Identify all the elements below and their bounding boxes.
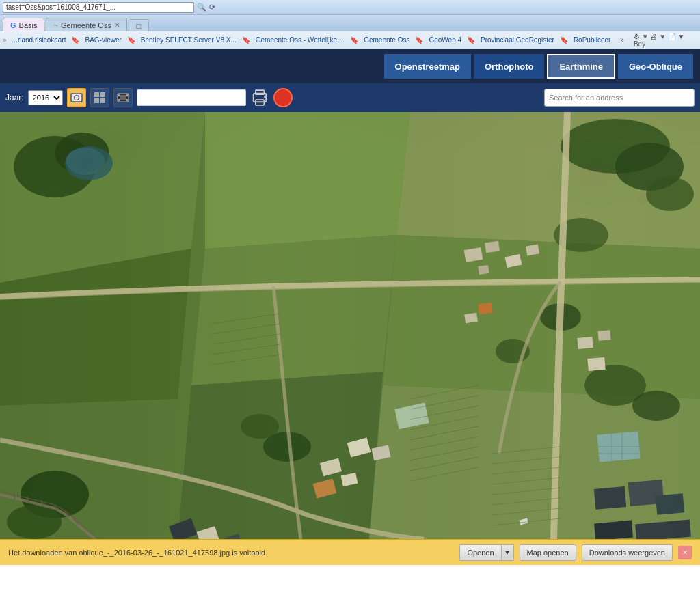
nav-orthophoto-button[interactable]: Orthophoto — [474, 54, 544, 79]
svg-rect-67 — [587, 357, 605, 371]
svg-rect-63 — [478, 303, 493, 315]
svg-rect-58 — [594, 486, 626, 510]
browser-tabs: G Basis ~ Gemeente Oss ✕ □ — [0, 15, 700, 31]
open-button-group: Openen ▼ — [459, 544, 513, 561]
tab-gemeente[interactable]: ~ Gemeente Oss ✕ — [46, 18, 126, 31]
tab-basis-label: Basis — [19, 21, 38, 29]
bookmark-bag[interactable]: BAG-viewer — [82, 35, 124, 45]
print-button[interactable] — [250, 88, 269, 107]
grid-icon — [94, 92, 106, 104]
svg-rect-42 — [485, 241, 500, 253]
svg-rect-66 — [597, 330, 610, 341]
svg-rect-8 — [118, 94, 120, 96]
svg-rect-45 — [478, 265, 489, 275]
bookmarks-more[interactable]: » — [616, 35, 628, 45]
bookmark-bentley[interactable]: Bentley SELECT Server V8 X... — [138, 35, 239, 45]
address-bar-text: taset=Oss&pos=161008_417671_... — [6, 3, 116, 11]
svg-rect-2 — [75, 93, 79, 94]
svg-rect-65 — [577, 337, 593, 349]
photo-tool-button[interactable] — [67, 88, 86, 107]
address-search-input[interactable] — [544, 89, 695, 107]
svg-rect-3 — [94, 92, 99, 97]
svg-rect-60 — [656, 493, 684, 514]
svg-rect-11 — [126, 99, 128, 101]
svg-rect-64 — [464, 313, 478, 323]
download-bar: Het downloaden van oblique_-_2016-03-26_… — [0, 539, 700, 565]
grid-tool-button[interactable] — [90, 88, 109, 107]
year-select[interactable]: 2016 2015 2014 2017 — [28, 90, 63, 105]
aerial-map — [0, 112, 700, 539]
tab-gemeente-close[interactable]: ✕ — [114, 21, 120, 29]
open-file-button[interactable]: Openen — [459, 544, 501, 561]
bookmarks-tools: ⚙ ▼ 🖨 ▼ 📄 ▼ Bey — [634, 33, 697, 48]
download-message: Het downloaden van oblique_-_2016-03-26_… — [8, 549, 454, 557]
svg-point-81 — [66, 148, 105, 175]
open-map-button[interactable]: Map openen — [520, 544, 576, 561]
svg-rect-9 — [118, 99, 120, 101]
bookmark-geoweb[interactable]: GeoWeb 4 — [426, 35, 464, 45]
bookmarks-bar: » ...rland.risicokaart 🔖 BAG-viewer 🔖 Be… — [0, 31, 700, 49]
svg-point-38 — [632, 391, 680, 421]
bookmark-gemeente-oss[interactable]: Gemeente Oss — [361, 35, 412, 45]
svg-marker-22 — [191, 235, 396, 385]
bookmark-wettelijke[interactable]: Gemeente Oss - Wettelijke ... — [253, 35, 347, 45]
svg-rect-5 — [94, 98, 99, 103]
svg-rect-10 — [126, 94, 128, 96]
open-dropdown-arrow[interactable]: ▼ — [502, 544, 514, 561]
address-bar[interactable]: taset=Oss&pos=161008_417671_... — [3, 2, 194, 13]
tab-basis-icon: G — [10, 21, 16, 29]
tab-gemeente-icon: ~ — [53, 21, 57, 29]
svg-rect-61 — [594, 521, 633, 539]
text-search-input[interactable] — [137, 89, 246, 106]
nav-openstreetmap-button[interactable]: Openstreetmap — [384, 54, 471, 79]
bookmark-risicokaart[interactable]: ...rland.risicokaart — [10, 35, 69, 45]
nav-geo-oblique-button[interactable]: Geo-Oblique — [618, 54, 693, 79]
record-button[interactable] — [273, 88, 293, 107]
app-header: Openstreetmap Orthophoto Earthmine Geo-O… — [0, 49, 700, 83]
film-tool-button[interactable] — [113, 88, 133, 107]
svg-rect-4 — [100, 92, 105, 97]
bookmark-ropubliceer[interactable]: RoPubliceer — [571, 35, 613, 45]
svg-point-31 — [646, 177, 694, 211]
downloads-button[interactable]: Downloads weergeven — [582, 544, 673, 561]
svg-rect-12 — [120, 95, 126, 100]
film-icon — [117, 92, 129, 104]
photo-icon — [70, 92, 83, 104]
aerial-svg — [0, 112, 700, 539]
svg-rect-16 — [264, 96, 266, 98]
print-icon — [250, 88, 269, 107]
toolbar: Jaar: 2016 2015 2014 2017 — [0, 83, 700, 112]
tab-basis[interactable]: G Basis — [3, 18, 44, 31]
map-container[interactable] — [0, 112, 700, 539]
bookmark-georegister[interactable]: Provinciaal GeoRegister — [478, 35, 557, 45]
svg-point-36 — [241, 414, 279, 439]
browser-chrome: taset=Oss&pos=161008_417671_... 🔍 ⟳ — [0, 0, 700, 15]
bookmarks-icon: » — [3, 36, 7, 44]
svg-point-40 — [7, 505, 62, 539]
svg-marker-21 — [205, 112, 410, 249]
nav-earthmine-button[interactable]: Earthmine — [547, 54, 615, 79]
tab-gemeente-label: Gemeente Oss — [61, 21, 111, 29]
svg-rect-0 — [71, 94, 82, 102]
year-label: Jaar: — [5, 93, 24, 102]
svg-rect-6 — [100, 98, 105, 103]
new-tab-button[interactable]: □ — [129, 19, 149, 31]
download-close-button[interactable]: × — [678, 546, 692, 559]
